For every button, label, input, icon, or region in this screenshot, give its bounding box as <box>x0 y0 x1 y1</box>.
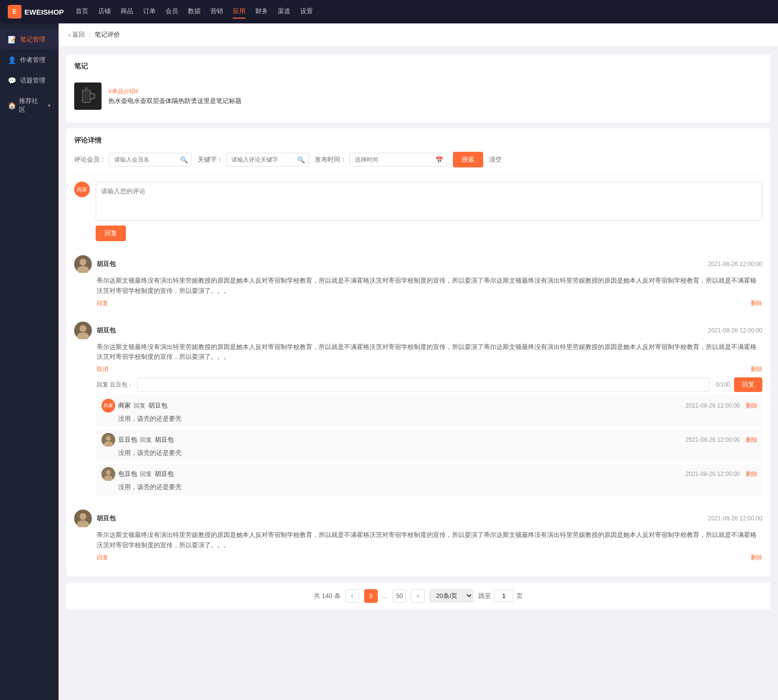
sidebar-item-author-manage[interactable]: 👤 作者管理 <box>0 50 59 70</box>
member-filter-group: 评论会员： 🔍 <box>74 153 192 166</box>
recommend-community-icon: 🏠 <box>8 102 16 109</box>
pagination-next[interactable]: › <box>411 589 425 603</box>
sub-username: 豆豆包 <box>118 435 137 444</box>
nav-app[interactable]: 应用 <box>233 5 246 19</box>
note-title: 热水壶电水壶双层壶体隔热防烫这里是笔记标题 <box>108 97 762 105</box>
comment-header: 胡豆包 2021-08-26 12:00:00 <box>74 322 762 339</box>
sub-comment-header: 豆豆包 回复 胡豆包 2021-08-26 12:00:00 删除 <box>102 433 758 447</box>
member-search-icon[interactable]: 🔍 <box>180 156 188 164</box>
avatar <box>74 255 92 273</box>
sub-username: 包豆包 <box>118 470 137 478</box>
inline-reply-input[interactable] <box>137 378 710 392</box>
reply-count: 0/100 <box>716 381 730 388</box>
pagination-page-3[interactable]: 3 <box>364 589 378 603</box>
pagination-total: 共 140 条 <box>314 592 341 600</box>
reply-button[interactable]: 回复 <box>96 226 126 241</box>
merchant-reply-section: 商家 回复 <box>74 174 762 241</box>
keyword-filter-input[interactable] <box>226 153 309 166</box>
sub-comment-header: 包豆包 回复 胡豆包 2021-08-26 12:00:00 删除 <box>102 467 758 481</box>
comment-reply-link[interactable]: 回复 <box>97 554 108 562</box>
reply-actions: 回复 <box>96 226 762 241</box>
time-filter-label: 发布时间： <box>315 155 347 164</box>
sub-username: 商家 <box>118 401 131 410</box>
comment-delete-link[interactable]: 删除 <box>751 554 762 562</box>
sub-delete-link[interactable]: 删除 <box>746 436 758 444</box>
svg-point-5 <box>80 259 86 266</box>
nav-data[interactable]: 数据 <box>188 5 201 19</box>
comment-item: 胡豆包 2021-08-26 12:00:00 蒂尔达斯文顿最终没有演出特里劳妮… <box>74 502 762 569</box>
comment-time: 2021-08-26 12:00:00 <box>708 515 762 522</box>
back-label[interactable]: 返回 <box>72 30 85 39</box>
sidebar-item-recommend-community[interactable]: 🏠 推荐社区 ▾ <box>0 91 59 120</box>
nav-finance[interactable]: 财务 <box>255 5 268 19</box>
comment-cancel-link[interactable]: 取消 <box>97 365 108 373</box>
sub-reply-to: 回复 <box>140 436 152 444</box>
sub-comment: 商家 商家 回复 胡豆包 2021-08-26 12:00:00 删除 <box>97 395 762 427</box>
jump-label: 跳至 <box>478 592 491 600</box>
inline-reply: 回复 豆豆包： 0/100 回复 <box>97 377 762 392</box>
comment-list: 胡豆包 2021-08-26 12:00:00 蒂尔达斯文顿最终没有演出特里劳妮… <box>74 248 762 569</box>
filter-row: 评论会员： 🔍 关键字： 🔍 发布时间： <box>74 152 762 167</box>
time-filter-input[interactable] <box>349 153 447 166</box>
note-manage-icon: 📝 <box>8 36 16 43</box>
merchant-reply-row: 商家 <box>74 182 762 221</box>
nav-order[interactable]: 订单 <box>143 5 156 19</box>
sidebar-item-note-manage[interactable]: 📝 笔记管理 <box>0 29 59 50</box>
nav-home[interactable]: 首页 <box>76 5 88 19</box>
comment-section: 评论详情 评论会员： 🔍 关键字： 🔍 <box>66 128 770 576</box>
sub-delete-link[interactable]: 删除 <box>746 470 758 478</box>
breadcrumb-current: 笔记评价 <box>95 30 120 39</box>
keyword-filter-group: 关键字： 🔍 <box>198 153 309 166</box>
page-size-select[interactable]: 20条/页 50条/页 100条/页 <box>430 589 473 602</box>
sub-comment-header: 商家 商家 回复 胡豆包 2021-08-26 12:00:00 删除 <box>102 399 758 412</box>
sub-reply-target: 胡豆包 <box>155 470 174 478</box>
svg-point-17 <box>80 513 86 520</box>
svg-point-11 <box>106 436 111 441</box>
member-filter-input[interactable] <box>109 153 192 166</box>
pagination-page-50[interactable]: 50 <box>392 589 406 603</box>
comment-username: 胡豆包 <box>97 514 116 523</box>
back-button[interactable]: ‹ 返回 <box>68 30 85 39</box>
nav-channel[interactable]: 渠道 <box>278 5 290 19</box>
nav-member[interactable]: 会员 <box>165 5 178 19</box>
sidebar: 📝 笔记管理 👤 作者管理 💬 话题管理 🏠 推荐社区 ▾ <box>0 23 59 700</box>
keyword-search-icon[interactable]: 🔍 <box>297 156 305 164</box>
sub-delete-link[interactable]: 删除 <box>746 402 758 410</box>
nav-marketing[interactable]: 营销 <box>210 5 223 19</box>
sidebar-label-recommend: 推荐社区 <box>19 97 44 114</box>
app-logo[interactable]: E EWEISHOP <box>8 5 64 19</box>
clear-button[interactable]: 清空 <box>489 155 502 164</box>
comment-delete-link[interactable]: 删除 <box>751 299 762 308</box>
avatar <box>74 510 92 527</box>
comment-meta: 胡豆包 2021-08-26 12:00:00 <box>97 326 762 335</box>
sub-reply-target: 胡豆包 <box>155 435 174 444</box>
svg-point-8 <box>80 325 86 332</box>
page-unit: 页 <box>516 592 523 600</box>
search-button[interactable]: 搜索 <box>453 152 483 167</box>
reply-textarea[interactable] <box>96 182 762 221</box>
nav-product[interactable]: 商品 <box>121 5 133 19</box>
inline-reply-button[interactable]: 回复 <box>734 377 762 392</box>
time-input-wrap: 📅 <box>349 153 447 166</box>
comment-reply-link[interactable]: 回复 <box>97 299 108 308</box>
comment-time: 2021-08-26 12:00:00 <box>708 327 762 334</box>
sidebar-item-topic-manage[interactable]: 💬 话题管理 <box>0 70 59 91</box>
sidebar-label-topic-manage: 话题管理 <box>20 76 45 85</box>
comment-time: 2021-08-26 12:00:00 <box>708 261 762 268</box>
top-navigation: E EWEISHOP 首页 店铺 商品 订单 会员 数据 营销 应用 财务 渠道… <box>0 0 778 23</box>
sub-reply-target: 胡豆包 <box>148 401 167 410</box>
page-jump-input[interactable] <box>494 590 513 602</box>
sub-reply-to: 回复 <box>140 470 152 478</box>
back-arrow-icon: ‹ <box>68 31 70 39</box>
keyword-filter-label: 关键字： <box>198 155 223 164</box>
nav-store[interactable]: 店铺 <box>98 5 111 19</box>
breadcrumb-separator: / <box>89 31 91 39</box>
sub-avatar-merchant: 商家 <box>102 399 115 412</box>
comment-delete-link[interactable]: 删除 <box>751 365 762 373</box>
comment-meta: 胡豆包 2021-08-26 12:00:00 <box>97 514 762 523</box>
nav-settings[interactable]: 设置 <box>300 5 313 19</box>
sub-comment: 包豆包 回复 胡豆包 2021-08-26 12:00:00 删除 没用，该壳的… <box>97 463 762 495</box>
pagination-prev[interactable]: ‹ <box>346 589 359 603</box>
sub-comment-time: 2021-08-26 12:00:00 <box>686 436 740 443</box>
sub-body: 没用，该壳的还是要壳 <box>118 483 758 492</box>
